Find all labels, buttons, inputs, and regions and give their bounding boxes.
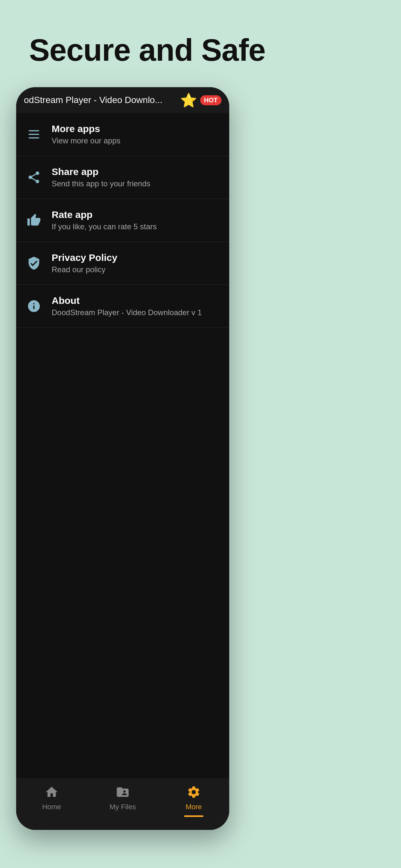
- menu-text-share-app: Share app Send this app to your friends: [52, 166, 150, 188]
- top-bar: odStream Player - Video Downlo... ⭐ HOT: [16, 87, 229, 113]
- nav-label-home: Home: [42, 803, 61, 811]
- nav-label-more: More: [186, 803, 202, 811]
- myfiles-icon: [115, 784, 131, 800]
- menu-label-share-app: Share app: [52, 166, 150, 177]
- menu-text-privacy-policy: Privacy Policy Read our policy: [52, 252, 117, 274]
- nav-item-home[interactable]: Home: [16, 784, 87, 811]
- nav-label-my-files: My Files: [110, 803, 136, 811]
- home-icon: [43, 784, 60, 800]
- nav-item-more[interactable]: More: [158, 784, 229, 811]
- menu-label-about: About: [52, 295, 202, 306]
- menu-hamburger-icon: [25, 126, 42, 143]
- menu-label-rate-app: Rate app: [52, 209, 157, 220]
- svg-rect-2: [29, 137, 39, 138]
- page-title: Secure and Safe: [29, 32, 266, 68]
- shield-icon: [25, 254, 42, 272]
- menu-sublabel-about: DoodStream Player - Video Downloader v 1: [52, 308, 202, 317]
- more-gear-icon: [186, 784, 202, 800]
- menu-item-privacy-policy[interactable]: Privacy Policy Read our policy: [16, 242, 229, 285]
- info-icon: [25, 298, 42, 315]
- menu-item-rate-app[interactable]: Rate app If you like, you can rate 5 sta…: [16, 199, 229, 242]
- bottom-nav: Home My Files More: [16, 778, 229, 830]
- menu-sublabel-rate-app: If you like, you can rate 5 stars: [52, 222, 157, 231]
- menu-label-privacy-policy: Privacy Policy: [52, 252, 117, 263]
- menu-text-more-apps: More apps View more our apps: [52, 123, 120, 145]
- menu-item-share-app[interactable]: Share app Send this app to your friends: [16, 156, 229, 199]
- menu-sublabel-more-apps: View more our apps: [52, 136, 120, 145]
- menu-item-more-apps[interactable]: More apps View more our apps: [16, 113, 229, 156]
- menu-sublabel-share-app: Send this app to your friends: [52, 179, 150, 188]
- share-icon: [25, 168, 42, 186]
- svg-rect-0: [29, 130, 39, 131]
- app-title: odStream Player - Video Downlo...: [24, 95, 180, 105]
- phone-frame: odStream Player - Video Downlo... ⭐ HOT …: [16, 87, 229, 830]
- menu-sublabel-privacy-policy: Read our policy: [52, 265, 117, 274]
- menu-label-more-apps: More apps: [52, 123, 120, 134]
- thumbsup-icon: [25, 212, 42, 229]
- nav-item-my-files[interactable]: My Files: [87, 784, 158, 811]
- hot-badge: HOT: [200, 95, 221, 105]
- menu-text-rate-app: Rate app If you like, you can rate 5 sta…: [52, 209, 157, 231]
- svg-rect-1: [29, 134, 39, 135]
- top-badges: ⭐ HOT: [180, 92, 221, 108]
- menu-item-about[interactable]: About DoodStream Player - Video Download…: [16, 285, 229, 328]
- menu-list: More apps View more our apps Share app S…: [16, 113, 229, 328]
- star-emoji: ⭐: [180, 92, 197, 108]
- menu-text-about: About DoodStream Player - Video Download…: [52, 295, 202, 317]
